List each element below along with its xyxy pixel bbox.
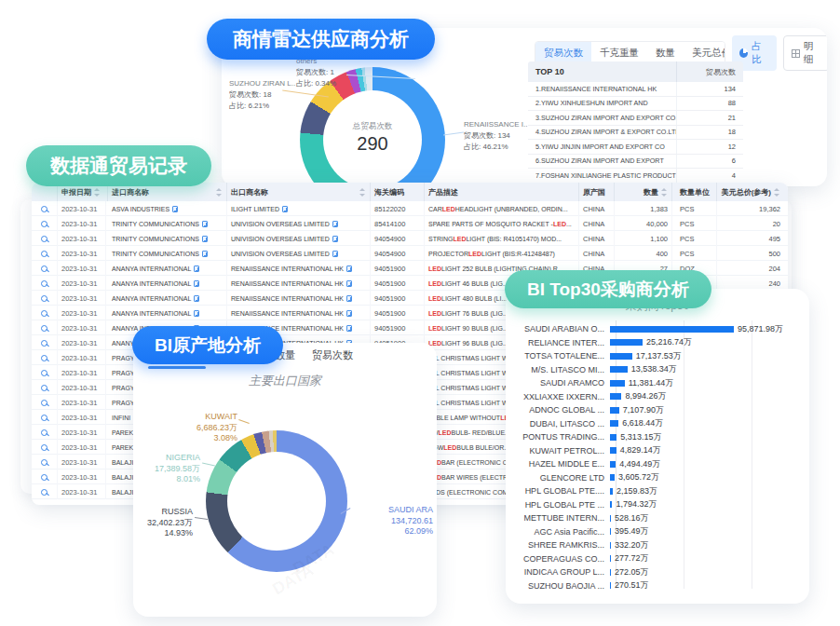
search-icon[interactable]	[41, 280, 47, 287]
table-row: 2023-10-31 TRINITY COMMUNICATIONS UNIVIS…	[32, 246, 788, 261]
search-icon[interactable]	[41, 489, 47, 496]
copy-icon[interactable]	[346, 280, 352, 287]
top10-row: 1.RENAIISSANCE INTERNATIONAL HK 134	[528, 82, 743, 97]
sort-icon[interactable]	[216, 188, 223, 197]
callout-line	[202, 463, 215, 467]
grid-icon	[792, 49, 799, 58]
callout-others: others 贸易次数: 1 占比: 0.34%	[296, 56, 336, 89]
origin-tab[interactable]: 贸易次数	[312, 348, 353, 362]
copy-icon[interactable]	[194, 280, 199, 287]
bar-row: INDICAA GROUP L... 272.05万	[513, 565, 806, 579]
bar	[610, 407, 619, 414]
bar-row: COPERAGUAS CO... 277.72万	[513, 552, 806, 566]
table-row: 2023-10-31 ASVA INDUSTRIES ILIGHT LIMITE…	[32, 201, 788, 216]
copy-icon[interactable]	[282, 206, 288, 212]
selected-tab-underline	[148, 366, 206, 369]
copy-icon[interactable]	[202, 221, 208, 227]
copy-icon[interactable]	[202, 251, 208, 257]
buyer-analysis-pill: BI Top30采购商分析	[505, 270, 711, 308]
donut-center-label: 总贸易次数 290	[335, 121, 410, 155]
copy-icon[interactable]	[346, 265, 352, 272]
copy-icon[interactable]	[332, 221, 338, 227]
bar-row: HPL GLOBAL PTE.... 2,159.83万	[513, 484, 806, 498]
bar	[610, 542, 611, 549]
top10-header: TOP 10 贸易次数	[528, 61, 743, 82]
copy-icon[interactable]	[332, 251, 338, 257]
bar	[610, 434, 616, 441]
search-icon[interactable]	[41, 355, 47, 361]
search-icon[interactable]	[41, 385, 47, 391]
copy-icon[interactable]	[332, 236, 338, 242]
search-icon[interactable]	[41, 429, 47, 436]
callout-russia: RUSSIA 32,402.23万 14.93%	[133, 507, 193, 539]
search-icon[interactable]	[41, 340, 47, 347]
pie-chart-icon	[739, 48, 748, 58]
table-row: 2023-10-31 TRINITY COMMUNICATIONS UNIVIS…	[32, 231, 788, 246]
table-row: 2023-10-31 TRINITY COMMUNICATIONS UNIVIS…	[32, 216, 788, 231]
top10-table: TOP 10 贸易次数 1.RENAIISSANCE INTERNATIONAL…	[528, 61, 743, 186]
bar	[610, 515, 611, 522]
bar	[610, 488, 613, 495]
trade-records-pill: 数据通贸易记录	[26, 145, 211, 186]
bar	[610, 326, 734, 333]
search-icon[interactable]	[41, 400, 47, 406]
bar-row: GLENCORE LTD 3,605.72万	[513, 471, 806, 485]
bar	[610, 339, 643, 346]
callout-nigeria: NIGERIA 17,389.58万 8.01%	[133, 453, 200, 485]
bar-row: M/S. LITASCO MI... 13,538.34万	[513, 363, 806, 377]
top10-row: 4.SUZHOU ZIRAN IMPORT & EXPORT CO.LTD 18	[528, 126, 743, 141]
bar-row: METTUBE INTERN... 528.16万	[513, 511, 806, 525]
bar	[610, 447, 616, 454]
search-icon[interactable]	[41, 206, 47, 212]
top10-row: 6.SUZHOU ZIRAN IMPORT AND EXPORT 6	[528, 155, 743, 170]
search-icon[interactable]	[41, 310, 47, 317]
copy-icon[interactable]	[346, 310, 352, 317]
search-icon[interactable]	[41, 444, 47, 451]
bar	[610, 461, 616, 468]
origin-tabs: 数量贸易次数	[275, 348, 353, 362]
sort-icon[interactable]	[661, 188, 668, 197]
bar	[610, 474, 615, 481]
bar	[610, 380, 625, 387]
bar-row: KUWAIT PETROL... 4,829.14万	[513, 444, 806, 458]
search-icon[interactable]	[41, 370, 47, 376]
bar	[610, 353, 632, 360]
bar-row: TOTSA TOTALENE... 17,137.53万	[513, 349, 806, 363]
search-icon[interactable]	[41, 459, 47, 466]
bar	[610, 501, 612, 508]
origin-chart-title: 主要出口国家	[133, 373, 437, 389]
copy-icon[interactable]	[172, 206, 178, 212]
top10-row: 5.YIWU JINJIN IMPORT AND EXPORT CO 12	[528, 140, 743, 155]
search-icon[interactable]	[41, 415, 47, 421]
copy-icon[interactable]	[194, 265, 199, 272]
copy-icon[interactable]	[346, 295, 352, 302]
copy-icon[interactable]	[194, 310, 199, 317]
copy-icon[interactable]	[202, 236, 208, 242]
callout-line	[443, 131, 464, 135]
top10-title: TOP 10	[528, 61, 677, 82]
callout-saudi: SAUDI ARA 134,720.61 62.09%	[353, 505, 433, 538]
bar-row: RELIANCE INTER... 25,216.74万	[513, 336, 806, 350]
sort-icon[interactable]	[359, 188, 366, 197]
copy-icon[interactable]	[194, 295, 199, 302]
search-icon[interactable]	[41, 325, 47, 332]
callout-renaissance: RENAIISSANCE I.. 贸易次数: 134 占比: 46.21%	[464, 119, 527, 153]
search-icon[interactable]	[41, 265, 47, 272]
origin-analysis-panel: 数量贸易次数 主要出口国家 KUWAIT 6,686.23万 3.08% NIG…	[133, 343, 437, 617]
search-icon[interactable]	[41, 236, 47, 242]
search-icon[interactable]	[41, 251, 47, 257]
top10-row: 7.FOSHAN XINLIANGHE PLASTIC PRODUCTS 4	[528, 169, 743, 184]
bar	[610, 393, 621, 400]
dashboard: 贸易次数千克重量数量美元总价 占比 明细 总贸易次数 290 others 贸易…	[0, 0, 840, 626]
search-icon[interactable]	[41, 221, 47, 227]
sort-icon[interactable]	[774, 188, 780, 197]
copy-icon[interactable]	[346, 325, 352, 332]
bar	[610, 582, 611, 589]
search-icon[interactable]	[41, 474, 47, 481]
search-icon[interactable]	[41, 295, 47, 302]
detail-toggle[interactable]: 明细	[783, 35, 827, 71]
origin-analysis-pill: BI原产地分析	[132, 326, 283, 364]
sort-icon[interactable]	[94, 188, 101, 197]
bar-row: DUBAI, LITASCO ... 6,618.44万	[513, 417, 806, 431]
top10-row: 3.SUZHOU ZIRAN IMPORT AND EXPORT CO. 21	[528, 111, 743, 126]
